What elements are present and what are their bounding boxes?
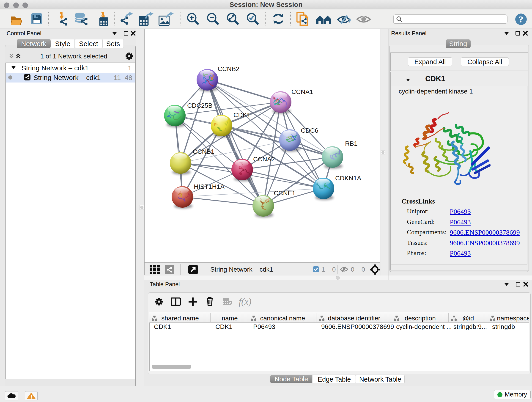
svg-text:CCNA2: CCNA2 (253, 156, 275, 163)
svg-text:CCNE1: CCNE1 (274, 190, 296, 197)
svg-text:CCNB2: CCNB2 (218, 65, 239, 72)
svg-text:CDK1: CDK1 (234, 111, 251, 119)
svg-text:RB1: RB1 (345, 140, 357, 147)
svg-text:HIST1H1A: HIST1H1A (194, 183, 225, 190)
svg-text:?: ? (519, 14, 523, 25)
svg-text:CDKN1A: CDKN1A (335, 175, 361, 182)
svg-text:CCNB1: CCNB1 (193, 148, 215, 155)
svg-text:CCNA1: CCNA1 (291, 88, 313, 95)
svg-text:CDC25B: CDC25B (187, 102, 212, 109)
svg-text:CDC6: CDC6 (301, 127, 318, 134)
